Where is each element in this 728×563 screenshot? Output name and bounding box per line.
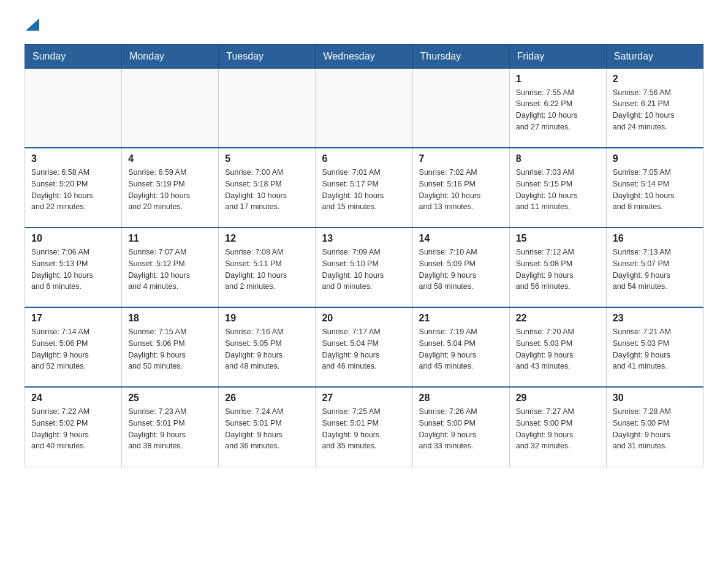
day-number: 4 — [128, 153, 212, 164]
day-info: Sunrise: 7:24 AMSunset: 5:01 PMDaylight:… — [225, 406, 309, 452]
calendar-cell: 15Sunrise: 7:12 AMSunset: 5:08 PMDayligh… — [509, 228, 606, 307]
calendar-cell — [219, 68, 316, 148]
day-info: Sunrise: 7:20 AMSunset: 5:03 PMDaylight:… — [516, 326, 600, 372]
calendar-cell: 4Sunrise: 6:59 AMSunset: 5:19 PMDaylight… — [122, 148, 219, 228]
day-info: Sunrise: 7:12 AMSunset: 5:08 PMDaylight:… — [516, 247, 600, 293]
day-info: Sunrise: 7:07 AMSunset: 5:12 PMDaylight:… — [128, 247, 212, 293]
calendar-cell: 29Sunrise: 7:27 AMSunset: 5:00 PMDayligh… — [509, 387, 606, 467]
day-number: 12 — [225, 233, 309, 244]
day-number: 13 — [322, 233, 406, 244]
day-info: Sunrise: 7:25 AMSunset: 5:01 PMDaylight:… — [322, 406, 406, 452]
day-info: Sunrise: 7:26 AMSunset: 5:00 PMDaylight:… — [419, 406, 503, 452]
day-info: Sunrise: 7:55 AMSunset: 6:22 PMDaylight:… — [516, 87, 600, 133]
day-number: 11 — [128, 233, 212, 244]
calendar-cell: 6Sunrise: 7:01 AMSunset: 5:17 PMDaylight… — [316, 148, 412, 228]
day-info: Sunrise: 7:10 AMSunset: 5:09 PMDaylight:… — [419, 247, 503, 293]
calendar-cell: 1Sunrise: 7:55 AMSunset: 6:22 PMDaylight… — [509, 68, 606, 148]
calendar-cell: 30Sunrise: 7:28 AMSunset: 5:00 PMDayligh… — [606, 387, 703, 467]
day-number: 29 — [516, 393, 600, 404]
day-number: 18 — [128, 313, 212, 324]
day-number: 15 — [516, 233, 600, 244]
day-info: Sunrise: 7:08 AMSunset: 5:11 PMDaylight:… — [225, 247, 309, 293]
calendar-cell: 22Sunrise: 7:20 AMSunset: 5:03 PMDayligh… — [509, 307, 606, 387]
day-info: Sunrise: 7:02 AMSunset: 5:16 PMDaylight:… — [419, 167, 503, 213]
calendar-cell: 9Sunrise: 7:05 AMSunset: 5:14 PMDaylight… — [606, 148, 703, 228]
calendar-cell: 25Sunrise: 7:23 AMSunset: 5:01 PMDayligh… — [122, 387, 219, 467]
calendar-cell: 3Sunrise: 6:58 AMSunset: 5:20 PMDaylight… — [25, 148, 122, 228]
day-info: Sunrise: 7:21 AMSunset: 5:03 PMDaylight:… — [613, 326, 697, 372]
day-info: Sunrise: 7:14 AMSunset: 5:06 PMDaylight:… — [31, 326, 115, 372]
day-number: 6 — [322, 153, 406, 164]
calendar-cell: 17Sunrise: 7:14 AMSunset: 5:06 PMDayligh… — [25, 307, 122, 387]
calendar-cell: 7Sunrise: 7:02 AMSunset: 5:16 PMDaylight… — [412, 148, 509, 228]
day-number: 27 — [322, 393, 406, 404]
calendar-cell — [122, 68, 219, 148]
calendar-cell: 8Sunrise: 7:03 AMSunset: 5:15 PMDaylight… — [509, 148, 606, 228]
day-info: Sunrise: 7:28 AMSunset: 5:00 PMDaylight:… — [613, 406, 697, 452]
calendar-cell: 13Sunrise: 7:09 AMSunset: 5:10 PMDayligh… — [316, 228, 412, 307]
day-info: Sunrise: 7:05 AMSunset: 5:14 PMDaylight:… — [613, 167, 697, 213]
calendar-cell: 18Sunrise: 7:15 AMSunset: 5:06 PMDayligh… — [122, 307, 219, 387]
col-header-saturday: Saturday — [606, 44, 703, 68]
day-info: Sunrise: 7:13 AMSunset: 5:07 PMDaylight:… — [613, 247, 697, 293]
calendar-table: SundayMondayTuesdayWednesdayThursdayFrid… — [25, 44, 703, 467]
calendar-cell: 2Sunrise: 7:56 AMSunset: 6:21 PMDaylight… — [606, 68, 703, 148]
day-info: Sunrise: 7:01 AMSunset: 5:17 PMDaylight:… — [322, 167, 406, 213]
day-number: 2 — [613, 74, 697, 85]
day-info: Sunrise: 7:15 AMSunset: 5:06 PMDaylight:… — [128, 326, 212, 372]
col-header-friday: Friday — [509, 44, 606, 68]
day-info: Sunrise: 6:58 AMSunset: 5:20 PMDaylight:… — [31, 167, 115, 213]
day-info: Sunrise: 6:59 AMSunset: 5:19 PMDaylight:… — [128, 167, 212, 213]
day-number: 26 — [225, 393, 309, 404]
calendar-header-row: SundayMondayTuesdayWednesdayThursdayFrid… — [25, 44, 703, 68]
day-number: 14 — [419, 233, 503, 244]
calendar-cell: 21Sunrise: 7:19 AMSunset: 5:04 PMDayligh… — [412, 307, 509, 387]
calendar-cell: 23Sunrise: 7:21 AMSunset: 5:03 PMDayligh… — [606, 307, 703, 387]
calendar-cell — [25, 68, 122, 148]
calendar-week-row: 24Sunrise: 7:22 AMSunset: 5:02 PMDayligh… — [25, 387, 703, 467]
day-info: Sunrise: 7:06 AMSunset: 5:13 PMDaylight:… — [31, 247, 115, 293]
calendar-cell: 5Sunrise: 7:00 AMSunset: 5:18 PMDaylight… — [219, 148, 316, 228]
day-number: 21 — [419, 313, 503, 324]
col-header-tuesday: Tuesday — [219, 44, 316, 68]
logo — [25, 18, 39, 32]
day-info: Sunrise: 7:03 AMSunset: 5:15 PMDaylight:… — [516, 167, 600, 213]
logo-triangle-icon — [26, 18, 39, 31]
day-number: 3 — [31, 153, 115, 164]
calendar-cell: 19Sunrise: 7:16 AMSunset: 5:05 PMDayligh… — [219, 307, 316, 387]
col-header-sunday: Sunday — [25, 44, 122, 68]
day-number: 8 — [516, 153, 600, 164]
calendar-cell: 10Sunrise: 7:06 AMSunset: 5:13 PMDayligh… — [25, 228, 122, 307]
day-info: Sunrise: 7:56 AMSunset: 6:21 PMDaylight:… — [613, 87, 697, 133]
day-number: 28 — [419, 393, 503, 404]
day-number: 17 — [31, 313, 115, 324]
calendar-cell: 14Sunrise: 7:10 AMSunset: 5:09 PMDayligh… — [412, 228, 509, 307]
day-number: 1 — [516, 74, 600, 85]
day-number: 25 — [128, 393, 212, 404]
col-header-monday: Monday — [122, 44, 219, 68]
calendar-cell — [412, 68, 509, 148]
day-info: Sunrise: 7:00 AMSunset: 5:18 PMDaylight:… — [225, 167, 309, 213]
day-info: Sunrise: 7:27 AMSunset: 5:00 PMDaylight:… — [516, 406, 600, 452]
calendar-cell: 11Sunrise: 7:07 AMSunset: 5:12 PMDayligh… — [122, 228, 219, 307]
day-info: Sunrise: 7:23 AMSunset: 5:01 PMDaylight:… — [128, 406, 212, 452]
calendar-cell: 12Sunrise: 7:08 AMSunset: 5:11 PMDayligh… — [219, 228, 316, 307]
calendar-cell: 20Sunrise: 7:17 AMSunset: 5:04 PMDayligh… — [316, 307, 412, 387]
day-info: Sunrise: 7:19 AMSunset: 5:04 PMDaylight:… — [419, 326, 503, 372]
day-info: Sunrise: 7:22 AMSunset: 5:02 PMDaylight:… — [31, 406, 115, 452]
svg-marker-0 — [26, 18, 39, 31]
day-info: Sunrise: 7:09 AMSunset: 5:10 PMDaylight:… — [322, 247, 406, 293]
calendar-week-row: 3Sunrise: 6:58 AMSunset: 5:20 PMDaylight… — [25, 148, 703, 228]
calendar-week-row: 1Sunrise: 7:55 AMSunset: 6:22 PMDaylight… — [25, 68, 703, 148]
day-number: 16 — [613, 233, 697, 244]
calendar-cell: 28Sunrise: 7:26 AMSunset: 5:00 PMDayligh… — [412, 387, 509, 467]
calendar-week-row: 10Sunrise: 7:06 AMSunset: 5:13 PMDayligh… — [25, 228, 703, 307]
day-number: 20 — [322, 313, 406, 324]
day-number: 22 — [516, 313, 600, 324]
day-number: 7 — [419, 153, 503, 164]
col-header-thursday: Thursday — [412, 44, 509, 68]
day-number: 10 — [31, 233, 115, 244]
day-number: 23 — [613, 313, 697, 324]
calendar-cell: 16Sunrise: 7:13 AMSunset: 5:07 PMDayligh… — [606, 228, 703, 307]
calendar-cell: 27Sunrise: 7:25 AMSunset: 5:01 PMDayligh… — [316, 387, 412, 467]
